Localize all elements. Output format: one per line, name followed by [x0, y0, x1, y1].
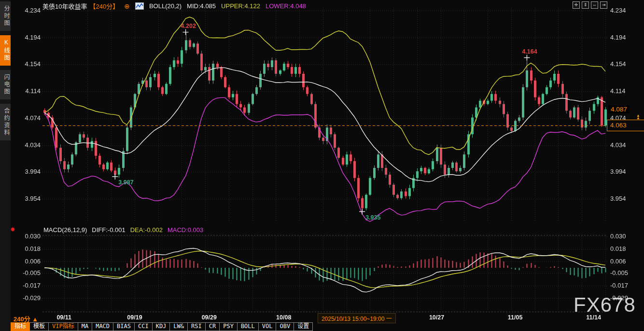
exit-chart-icon[interactable]: ⇥	[600, 1, 607, 9]
add-indicator-icon[interactable]: ⊕	[124, 2, 130, 10]
chart-application: 分时图K线图闪电图合约资料 ✸ 美债10年收益率 【240分】 ⊕ BOLL(2…	[0, 0, 644, 331]
toolbar-button-0[interactable]: 指标	[11, 322, 30, 331]
axis-label: 4.034	[610, 141, 637, 149]
sidebar-tab-0[interactable]: 分时图	[0, 1, 11, 31]
symbol-title: 美债10年收益率	[42, 1, 87, 11]
chart-header: 美债10年收益率 【240分】 ⊕ BOLL(20,2) MID:4.085 U…	[42, 1, 306, 11]
axis-label: 4.034	[14, 141, 41, 149]
toolbar-button-1[interactable]: 模板	[29, 322, 49, 331]
toolbar-button-15[interactable]: 设置	[294, 322, 313, 331]
high-price-annotation: 4.202	[181, 23, 196, 29]
axis-label: 4.074	[14, 114, 41, 122]
axis-label: -0.005	[610, 269, 637, 276]
window-controls: ✛⇕⇔⇥	[573, 1, 607, 9]
axis-label: -0.005	[14, 269, 41, 276]
boll-upper-value: UPPER:4.122	[221, 2, 260, 10]
axis-label: 0.018	[610, 245, 637, 252]
toolbar-button-4[interactable]: MACD	[92, 322, 113, 331]
axis-label: -0.017	[14, 282, 41, 289]
axis-label: 3.994	[14, 168, 41, 175]
axis-label: 0.018	[14, 245, 41, 252]
toolbar-button-11[interactable]: PSY	[219, 322, 238, 331]
macd-dea-value: DEA:-0.002	[130, 226, 163, 234]
chart-canvas[interactable]	[0, 0, 644, 331]
indicator-toolbar: 指标模板VIP指标MAMACDBIASCCIKDJLW&RSICRPSYBOLL…	[11, 322, 312, 331]
sidebar: 分时图K线图闪电图合约资料	[0, 0, 11, 331]
toolbar-button-13[interactable]: VOL	[258, 322, 277, 331]
toolbar-button-7[interactable]: KDJ	[152, 322, 170, 331]
high-price-annotation: 4.164	[522, 48, 537, 55]
sidebar-tab-1[interactable]: K线图	[0, 35, 11, 66]
low-price-annotation: 3.935	[365, 214, 380, 221]
watermark: FX678	[574, 293, 636, 317]
axis-label: 0.030	[14, 233, 41, 240]
macd-label: MACD(26,12,9)	[43, 226, 87, 234]
date-label: 09/19	[127, 314, 142, 321]
axis-label: 4.194	[610, 34, 637, 41]
toolbar-button-12[interactable]: BOLL	[237, 322, 259, 331]
axis-label: 4.114	[14, 87, 41, 95]
boll-label: BOLL(20,2)	[149, 2, 182, 10]
pan-icon[interactable]: ✛	[573, 1, 580, 9]
toolbar-button-2[interactable]: VIP指标	[48, 322, 78, 331]
date-label: 09/29	[202, 314, 217, 321]
live-indicator-icon: ✸	[10, 226, 15, 233]
boll-mid-value: MID:4.085	[187, 2, 216, 10]
axis-label: 4.154	[14, 60, 41, 68]
axis-label: 0.006	[610, 258, 637, 265]
low-price-annotation: 3.987	[118, 179, 133, 186]
last-price-tag: 4.087	[608, 105, 630, 113]
macd-macd-value: MACD:0.003	[168, 226, 203, 234]
date-label: 09/11	[56, 314, 71, 321]
axis-label: 0.030	[610, 233, 637, 240]
axis-label: 4.114	[610, 87, 637, 95]
zoom-horizontal-axis-icon[interactable]: ⇔	[591, 1, 598, 9]
double-up-arrow-icon: ▲▲	[636, 115, 640, 119]
zoom-vertical-axis-icon[interactable]: ⇕	[582, 1, 589, 9]
axis-label: 3.954	[14, 195, 41, 202]
axis-label: -0.029	[14, 294, 41, 302]
axis-label: 4.234	[610, 7, 637, 14]
axis-label: 3.994	[610, 168, 637, 175]
toolbar-button-8[interactable]: LW&	[169, 322, 188, 331]
date-label: 10/08	[276, 314, 291, 321]
toolbar-button-9[interactable]: RSI	[187, 322, 206, 331]
axis-label: 4.194	[14, 34, 41, 41]
interval-label: 【240分】	[89, 1, 119, 11]
macd-header: MACD(26,12,9) DIFF:-0.001 DEA:-0.002 MAC…	[43, 226, 203, 234]
crosshair-date-tooltip: 2025/10/13 15:00~19:00 一	[318, 313, 396, 323]
alert-price-box[interactable]: 4.063 ▲▲	[607, 120, 644, 131]
toolbar-button-3[interactable]: MA	[78, 322, 92, 331]
boll-lower-value: LOWER:4.048	[266, 2, 306, 10]
sidebar-tab-3[interactable]: 合约资料	[0, 104, 11, 140]
axis-label: 0.006	[14, 258, 41, 265]
axis-label: 3.954	[610, 195, 637, 202]
date-label: 10/27	[429, 314, 444, 321]
alert-price-label: 4.063	[610, 122, 627, 129]
date-label: 11/05	[508, 314, 523, 321]
axis-label: 4.234	[14, 7, 41, 14]
toolbar-button-6[interactable]: CCI	[134, 322, 153, 331]
toolbar-button-10[interactable]: CR	[205, 322, 220, 331]
chart-type-icon[interactable]	[135, 2, 144, 10]
axis-label: 4.154	[610, 60, 637, 68]
macd-diff-value: DIFF:-0.001	[92, 226, 125, 234]
toolbar-button-5[interactable]: BIAS	[113, 322, 135, 331]
sidebar-tab-2[interactable]: 闪电图	[0, 70, 11, 99]
axis-label: -0.017	[610, 282, 637, 289]
toolbar-button-14[interactable]: OBV	[276, 322, 294, 331]
